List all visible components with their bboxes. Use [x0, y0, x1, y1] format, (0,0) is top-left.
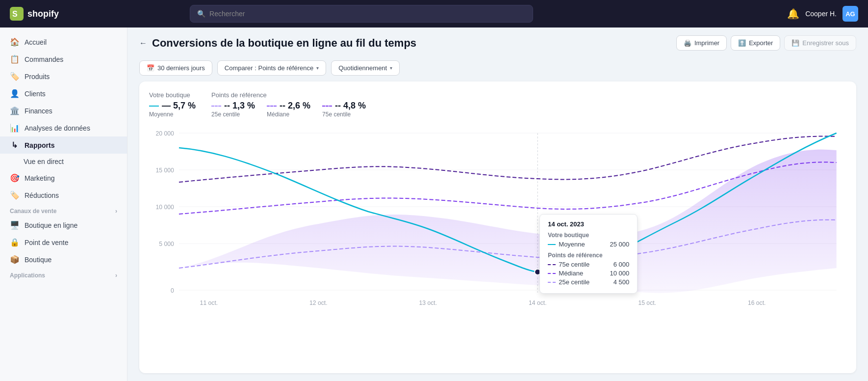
- tooltip-moyenne-line-icon: [548, 244, 556, 245]
- legend-votre-boutique: Votre boutique — 5,7 % Moyenne: [149, 91, 196, 118]
- sidebar-label-accueil: Accueil: [25, 38, 47, 46]
- print-button[interactable]: 🖨️ Imprimer: [676, 35, 727, 51]
- save-button[interactable]: 💾 Enregistrer sous: [784, 35, 856, 51]
- sidebar-item-accueil[interactable]: 🏠 Accueil: [0, 33, 127, 51]
- sidebar-label-boutique: Boutique: [25, 256, 51, 264]
- discounts-icon: 🏷️: [10, 190, 19, 200]
- sidebar-label-commandes: Commandes: [25, 55, 63, 63]
- moyenne-sub: Moyenne: [149, 111, 196, 118]
- date-filter-label: 30 derniers jours: [157, 64, 205, 72]
- chart-container: Votre boutique — 5,7 % Moyenne Points de…: [139, 82, 856, 373]
- shopify-logo: S shopify: [10, 7, 59, 21]
- svg-text:15 oct.: 15 oct.: [638, 299, 656, 306]
- online-store-icon: 🖥️: [10, 220, 19, 230]
- svg-text:10 000: 10 000: [156, 204, 175, 211]
- median-line-icon: [267, 106, 277, 107]
- nav-right: 🔔 Cooper H. AG: [787, 6, 858, 22]
- canaux-chevron-icon: ›: [115, 208, 117, 215]
- sidebar-label-point-vente: Point de vente: [25, 239, 69, 246]
- p25-sub: 25e centile: [211, 111, 255, 118]
- tooltip-moyenne-label: Moyenne: [559, 241, 585, 248]
- tooltip-p25-line-icon: [548, 282, 556, 283]
- svg-text:15 000: 15 000: [156, 167, 175, 174]
- tooltip-p75-line-icon: [548, 264, 556, 265]
- p25-value: -- 1,3 %: [224, 101, 255, 111]
- compare-filter-label: Comparer : Points de référence: [225, 64, 313, 72]
- reports-icon: ↳: [10, 140, 19, 150]
- sidebar-item-rapports[interactable]: ↳ Rapports: [0, 136, 127, 154]
- products-icon: 🏷️: [10, 72, 19, 81]
- pos-icon: 🔒: [10, 238, 19, 247]
- median-value: -- 2,6 %: [280, 101, 310, 111]
- sidebar-item-produits[interactable]: 🏷️ Produits: [0, 68, 127, 85]
- period-filter-label: Quotidiennement: [338, 64, 387, 72]
- legend-boutique-title: Votre boutique: [149, 91, 196, 99]
- tooltip-moyenne-row: Moyenne 25 000: [548, 241, 629, 248]
- export-button[interactable]: ⬆️ Exporter: [731, 35, 780, 51]
- save-label: Enregistrer sous: [802, 39, 849, 47]
- logo-text: shopify: [27, 9, 59, 19]
- search-bar[interactable]: 🔍: [190, 5, 533, 23]
- p75-sub: 75e centile: [322, 111, 366, 118]
- sidebar-label-finances: Finances: [25, 107, 52, 115]
- canaux-label: Canaux de vente: [10, 208, 56, 215]
- tooltip-moyenne-val: 25 000: [610, 241, 630, 248]
- tooltip-date: 14 oct. 2023: [548, 220, 629, 228]
- tooltip-median-val: 10 000: [610, 270, 630, 277]
- legend-benchmark: Points de référence -- 1,3 % 25e centile: [211, 91, 366, 118]
- svg-text:5 000: 5 000: [159, 241, 174, 247]
- tooltip-p25-label: 25e centile: [559, 278, 589, 286]
- sidebar-label-reductions: Réductions: [25, 191, 59, 199]
- finances-icon: 🏛️: [10, 106, 19, 115]
- calendar-icon: 📅: [147, 64, 154, 72]
- sidebar-item-clients[interactable]: 👤 Clients: [0, 85, 127, 102]
- tooltip-p25-val: 4 500: [613, 278, 630, 286]
- print-label: Imprimer: [694, 39, 719, 47]
- analytics-icon: 📊: [10, 123, 19, 133]
- sidebar-item-vue-direct[interactable]: Vue en direct: [0, 154, 127, 169]
- sidebar-item-boutique[interactable]: 📦 Boutique: [0, 251, 127, 268]
- search-input[interactable]: [209, 10, 526, 18]
- sidebar-item-commandes[interactable]: 📋 Commandes: [0, 51, 127, 68]
- sidebar-item-point-vente[interactable]: 🔒 Point de vente: [0, 234, 127, 251]
- legend-p25: -- 1,3 % 25e centile: [211, 101, 255, 118]
- moyenne-value: — 5,7 %: [162, 101, 196, 111]
- user-avatar[interactable]: AG: [842, 6, 858, 22]
- export-label: Exporter: [749, 39, 773, 47]
- header-actions: 🖨️ Imprimer ⬆️ Exporter 💾 Enregistrer so…: [676, 35, 856, 51]
- sidebar-item-marketing[interactable]: 🎯 Marketing: [0, 169, 127, 187]
- svg-text:11 oct.: 11 oct.: [200, 299, 218, 306]
- notifications-icon[interactable]: 🔔: [787, 8, 799, 20]
- back-button[interactable]: ←: [139, 39, 147, 48]
- legend-median: -- 2,6 % Médiane: [267, 101, 310, 118]
- applications-label: Applications: [10, 272, 45, 279]
- compare-filter-button[interactable]: Comparer : Points de référence ▾: [217, 60, 326, 76]
- shop-icon: 📦: [10, 255, 19, 264]
- period-filter-button[interactable]: Quotidiennement ▾: [331, 60, 400, 76]
- main-layout: 🏠 Accueil 📋 Commandes 🏷️ Produits 👤 Clie…: [0, 27, 868, 381]
- tooltip-median-row: Médiane 10 000: [548, 270, 629, 277]
- page-title: Conversions de la boutique en ligne au f…: [152, 37, 416, 50]
- sidebar-item-boutique-en-ligne[interactable]: 🖥️ Boutique en ligne: [0, 217, 127, 234]
- tooltip-benchmark-section: Points de référence: [548, 252, 629, 259]
- sidebar-item-analyses[interactable]: 📊 Analyses de données: [0, 119, 127, 136]
- filter-row: 📅 30 derniers jours Comparer : Points de…: [128, 58, 868, 82]
- compare-chevron-icon: ▾: [316, 65, 319, 71]
- sidebar-item-reductions[interactable]: 🏷️ Réductions: [0, 187, 127, 204]
- chart-legend: Votre boutique — 5,7 % Moyenne Points de…: [149, 91, 846, 118]
- median-sub: Médiane: [267, 111, 310, 118]
- tooltip-p75-row: 75e centile 6 000: [548, 261, 629, 268]
- date-filter-button[interactable]: 📅 30 derniers jours: [139, 60, 212, 76]
- tooltip-median-line-icon: [548, 273, 556, 274]
- sidebar-item-finances[interactable]: 🏛️ Finances: [0, 102, 127, 119]
- tooltip-p25-row: 25e centile 4 500: [548, 278, 629, 286]
- legend-p75: -- 4,8 % 75e centile: [322, 101, 366, 118]
- chart-tooltip: 14 oct. 2023 Votre boutique Moyenne 25 0…: [539, 214, 638, 294]
- home-icon: 🏠: [10, 37, 19, 47]
- tooltip-median-label: Médiane: [559, 270, 583, 277]
- canaux-section: Canaux de vente ›: [0, 204, 127, 217]
- main-content: ← Conversions de la boutique en ligne au…: [128, 27, 868, 381]
- svg-text:13 oct.: 13 oct.: [419, 299, 437, 306]
- search-icon: 🔍: [197, 10, 205, 18]
- period-chevron-icon: ▾: [390, 65, 392, 71]
